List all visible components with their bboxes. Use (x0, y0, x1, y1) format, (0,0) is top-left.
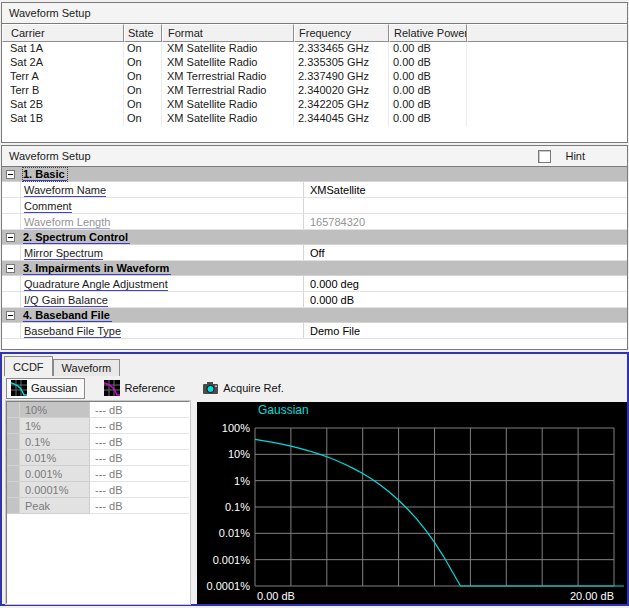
stats-row: 0.001%--- dB (7, 466, 189, 482)
table-row[interactable]: Sat 1BOnXM Satellite Radio2.344045 GHz0.… (2, 112, 627, 126)
setup-property-grid: 1. BasicWaveform NameXMSatelliteCommentW… (2, 167, 627, 339)
carrier-cell: Sat 1B (2, 112, 124, 126)
acquire-ref-button[interactable]: Acquire Ref. (197, 378, 292, 399)
property-link[interactable]: Comment (24, 200, 72, 213)
series-legend-label: Gaussian (258, 403, 309, 417)
stats-row: 0.01%--- dB (7, 450, 189, 466)
property-link[interactable]: Quadrature Angle Adjustment (24, 278, 168, 291)
column-header-relative-power[interactable]: Relative Power (389, 24, 467, 42)
column-header-frequency[interactable]: Frequency (294, 24, 389, 42)
property-name-cell[interactable]: Baseband File Type (21, 323, 304, 338)
carrier-panel-title: Waveform Setup (9, 7, 91, 19)
collapse-expander-icon[interactable] (6, 311, 15, 320)
setup-panel-title: Waveform Setup (9, 150, 91, 162)
stats-percent-label: 0.1% (20, 434, 90, 450)
format-cell: XM Satellite Radio (162, 98, 294, 112)
property-link[interactable]: Mirror Spectrum (24, 247, 103, 260)
y-tick-label: 0.0001% (207, 580, 251, 592)
property-name-cell[interactable]: Waveform Length (21, 214, 304, 229)
frequency-cell: 2.342205 GHz (294, 98, 389, 112)
carrier-table-body: Sat 1AOnXM Satellite Radio2.333465 GHz0.… (2, 42, 627, 126)
property-value[interactable]: 0.000 deg (304, 276, 627, 291)
table-row[interactable]: Terr BOnXM Terrestrial Radio2.340020 GHz… (2, 84, 627, 98)
property-value[interactable]: Off (304, 245, 627, 260)
stats-percent-label: 0.001% (20, 466, 90, 482)
table-row[interactable]: Terr AOnXM Terrestrial Radio2.337490 GHz… (2, 70, 627, 84)
row-selector-cell (7, 466, 20, 482)
property-name-cell[interactable]: Waveform Name (21, 182, 304, 197)
property-value[interactable] (304, 198, 627, 213)
stats-row: 0.1%--- dB (7, 434, 189, 450)
power-cell: 0.00 dB (389, 112, 467, 126)
property-value[interactable]: 0.000 dB (304, 292, 627, 307)
section-header[interactable]: 2. Spectrum Control (2, 230, 627, 245)
toolbar-button-label: Acquire Ref. (223, 382, 284, 394)
filler-cell (467, 42, 627, 56)
property-name-cell[interactable]: Comment (21, 198, 304, 213)
carrier-cell: Terr A (2, 70, 124, 84)
reference-ccdf-icon (104, 380, 120, 396)
carrier-cell: Sat 2B (2, 98, 124, 112)
filler-cell (467, 112, 627, 126)
state-cell: On (124, 56, 162, 70)
row-selector-cell (7, 418, 20, 434)
tab-waveform[interactable]: Waveform (53, 359, 121, 376)
hint-checkbox[interactable] (538, 150, 551, 163)
carrier-panel-header: Waveform Setup (2, 3, 627, 24)
carrier-table-panel: Waveform Setup CarrierStateFormatFrequen… (1, 2, 628, 143)
y-tick-label: 0.001% (213, 554, 251, 566)
y-tick-label: 1% (234, 475, 250, 487)
property-value[interactable]: Demo File (304, 323, 627, 338)
column-header-state[interactable]: State (124, 24, 162, 42)
property-link[interactable]: Waveform Name (24, 184, 106, 197)
row-gutter (2, 245, 21, 260)
y-tick-label: 100% (222, 422, 250, 434)
property-value[interactable]: XMSatellite (304, 182, 627, 197)
section-header[interactable]: 1. Basic (2, 167, 627, 182)
section-label: 1. Basic (23, 168, 67, 181)
ccdf-stats-table: 10%--- dB1%--- dB0.1%--- dB0.01%--- dB0.… (6, 401, 190, 604)
table-row[interactable]: Sat 2AOnXM Satellite Radio2.335305 GHz0.… (2, 56, 627, 70)
table-row[interactable]: Sat 1AOnXM Satellite Radio2.333465 GHz0.… (2, 42, 627, 56)
property-row: Baseband File TypeDemo File (2, 323, 627, 339)
gaussian-button[interactable]: Gaussian (6, 378, 85, 399)
carrier-cell: Sat 1A (2, 42, 124, 56)
tab-ccdf[interactable]: CCDF (4, 356, 53, 376)
property-link[interactable]: I/Q Gain Balance (24, 294, 108, 307)
format-cell: XM Terrestrial Radio (162, 70, 294, 84)
toolbar-button-label: Reference (124, 382, 175, 394)
section-header[interactable]: 4. Baseband File (2, 308, 627, 323)
power-cell: 0.00 dB (389, 42, 467, 56)
y-tick-label: 0.01% (219, 527, 250, 539)
property-name-cell[interactable]: Mirror Spectrum (21, 245, 304, 260)
section-label: 3. Impairments in Waveform (23, 262, 171, 275)
state-cell: On (124, 84, 162, 98)
frequency-cell: 2.335305 GHz (294, 56, 389, 70)
ccdf-chart: 100%10%1%0.1%0.01%0.001%0.0001%Gaussian0… (197, 402, 627, 604)
ccdf-tab-bar: CCDFWaveform (4, 356, 120, 376)
column-header-carrier[interactable]: Carrier (2, 24, 124, 42)
y-tick-label: 10% (228, 448, 250, 460)
property-name-cell[interactable]: Quadrature Angle Adjustment (21, 276, 304, 291)
row-selector-cell (7, 482, 20, 498)
reference-button[interactable]: Reference (99, 378, 183, 399)
property-row: Mirror SpectrumOff (2, 245, 627, 261)
carrier-cell: Sat 2A (2, 56, 124, 70)
hint-checkbox-label[interactable]: Hint (565, 150, 585, 162)
table-row[interactable]: Sat 2BOnXM Satellite Radio2.342205 GHz0.… (2, 98, 627, 112)
stats-value: --- dB (90, 466, 189, 482)
collapse-expander-icon[interactable] (6, 233, 15, 242)
stats-value: --- dB (90, 418, 189, 434)
collapse-expander-icon[interactable] (6, 264, 15, 273)
row-selector-cell (7, 402, 20, 418)
collapse-expander-icon[interactable] (6, 170, 15, 179)
section-header[interactable]: 3. Impairments in Waveform (2, 261, 627, 276)
column-header-format[interactable]: Format (162, 24, 294, 42)
row-gutter (2, 214, 21, 229)
format-cell: XM Satellite Radio (162, 42, 294, 56)
ccdf-toolbar: GaussianReferenceAcquire Ref. (6, 376, 306, 400)
property-row: Waveform Length165784320 (2, 214, 627, 230)
property-name-cell[interactable]: I/Q Gain Balance (21, 292, 304, 307)
property-link[interactable]: Baseband File Type (24, 325, 121, 338)
frequency-cell: 2.337490 GHz (294, 70, 389, 84)
